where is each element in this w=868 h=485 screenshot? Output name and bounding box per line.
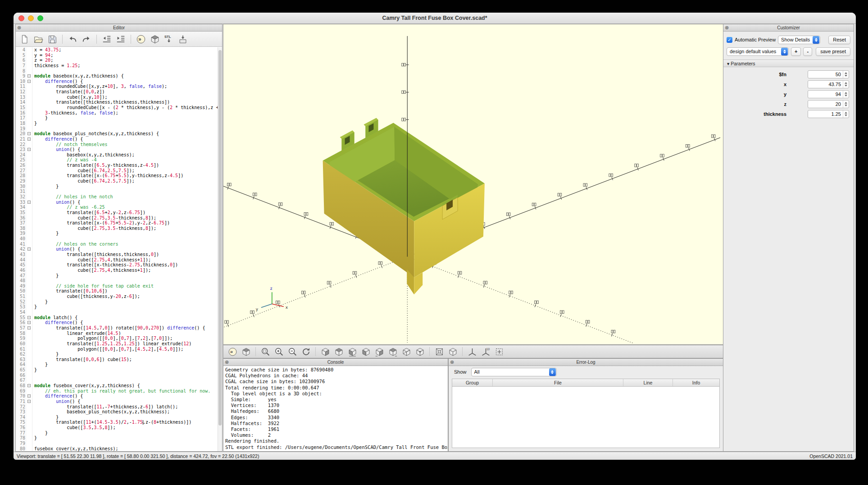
code-line[interactable]: 76 cube([3.5,3.5,8]); <box>16 425 218 430</box>
code-line[interactable]: 6z = 20; <box>16 58 218 63</box>
error-log-column-header[interactable]: Info <box>673 379 719 386</box>
code-line[interactable]: 60 translate([1.25,1.25,1.25]) linear_ex… <box>16 341 218 347</box>
code-line[interactable]: 37 translate([x-(6.75+5.5-2),y-2,z-6.75]… <box>16 220 218 226</box>
parameter-value-input[interactable]: 94 <box>808 90 849 98</box>
code-line[interactable]: 44 cube([2.75,4,thickness+1]); <box>16 257 218 263</box>
code-line[interactable]: 80fusebox_cover(x,y,z,thickness); <box>16 446 218 451</box>
stepper-icon[interactable] <box>843 91 849 98</box>
code-line[interactable]: 30 } <box>16 184 218 189</box>
code-line[interactable]: 20-module basebox_plus_notches(x,y,z,thi… <box>16 131 218 137</box>
code-line[interactable]: 53} <box>16 304 218 310</box>
editor-close-icon[interactable]: ⊗ <box>17 24 21 31</box>
code-line[interactable]: 65} <box>16 367 218 373</box>
code-line[interactable]: 52 } <box>16 299 218 305</box>
code-line[interactable]: 78} <box>16 435 218 441</box>
fold-marker-icon[interactable]: - <box>27 321 31 324</box>
view-left-icon[interactable] <box>359 345 372 358</box>
new-file-icon[interactable] <box>18 33 31 46</box>
scale-markers-icon[interactable]: 10 <box>479 345 492 358</box>
save-file-icon[interactable] <box>46 33 59 46</box>
code-line[interactable]: 48 <box>16 278 218 284</box>
stepper-icon[interactable] <box>843 81 849 88</box>
code-line[interactable]: 18} <box>16 121 218 126</box>
code-line[interactable]: 71- union() { <box>16 399 218 404</box>
code-line[interactable]: 11 roundedCube([x,y,z+10], 3, false, fal… <box>16 84 218 89</box>
code-line[interactable]: 41 // holes on the corners <box>16 242 218 247</box>
print-3d-icon[interactable] <box>177 33 189 46</box>
code-line[interactable]: 45 translate([x-thickness-2.75,thickness… <box>16 262 218 268</box>
view-front-icon[interactable] <box>373 345 386 358</box>
save-preset-button[interactable]: save preset <box>816 47 850 56</box>
parameter-value-input[interactable]: 43.75 <box>808 80 849 88</box>
customizer-close-icon[interactable]: ⊗ <box>725 24 729 31</box>
automatic-preview-checkbox[interactable]: ✓ <box>727 37 732 43</box>
crosshair-icon[interactable] <box>493 345 505 358</box>
view-all-icon[interactable] <box>259 345 272 358</box>
preview-icon[interactable]: » <box>226 345 239 358</box>
code-line[interactable]: 54 <box>16 310 218 315</box>
stepper-icon[interactable] <box>843 110 849 118</box>
code-line[interactable]: 14 translate([thickness,thickness,thickn… <box>16 100 218 105</box>
code-line[interactable]: 77 } <box>16 430 218 436</box>
editor-scrollbar[interactable] <box>218 47 222 451</box>
code-line[interactable]: 15 roundedCube([x - (2 * thickness),y - … <box>16 105 218 110</box>
code-line[interactable]: 51 cube([thickness,y-20,z-6]); <box>16 294 218 299</box>
view-top-icon[interactable] <box>332 345 345 358</box>
fold-marker-icon[interactable]: - <box>27 247 31 251</box>
code-line[interactable]: 13 cube([x,y,10]); <box>16 95 218 100</box>
open-file-icon[interactable] <box>32 33 45 46</box>
orthogonal-icon[interactable] <box>446 345 459 358</box>
parameters-section-header[interactable]: ▾ Parameters <box>723 59 854 67</box>
code-line[interactable]: 43 translate([thickness,thickness,0]) <box>16 252 218 257</box>
fold-marker-icon[interactable]: - <box>27 132 31 135</box>
fold-marker-icon[interactable]: - <box>27 74 31 78</box>
code-line[interactable]: 64 } <box>16 362 218 367</box>
render-icon[interactable] <box>240 345 252 358</box>
code-line[interactable]: 17 } <box>16 115 218 121</box>
code-line[interactable]: 23- union() { <box>16 147 218 152</box>
code-line[interactable]: 12 translate([0,0,z]) <box>16 89 218 95</box>
code-line[interactable]: 5y = 94; <box>16 53 218 58</box>
view-bottom-icon[interactable] <box>346 345 359 358</box>
undo-icon[interactable] <box>66 33 79 46</box>
code-line[interactable]: 29 cube([6.74,2.5,7.5]); <box>16 178 218 184</box>
code-line[interactable]: 56- difference() { <box>16 320 218 325</box>
error-log-filter-select[interactable]: All <box>471 368 557 376</box>
code-line[interactable]: 28 translate([x-(6.75+5.5),y-thickness,z… <box>16 173 218 178</box>
code-line[interactable]: 25 // z was -4 <box>16 157 218 163</box>
code-editor[interactable]: 4x = 43.75;5y = 94;6z = 20;7thickness = … <box>16 47 218 451</box>
reset-button[interactable]: Reset <box>828 36 850 44</box>
code-line[interactable]: 69 // eh. this part is really not great,… <box>16 389 218 394</box>
preview-icon[interactable]: » <box>135 33 147 46</box>
code-line[interactable]: 67 <box>16 378 218 383</box>
viewport-3d[interactable]: z x y <box>223 24 723 345</box>
preset-select[interactable]: design default values <box>727 47 789 56</box>
code-line[interactable]: 73 basebox_plus_notches(x,y,z,thickness)… <box>16 409 218 415</box>
code-line[interactable]: 61 polygon([[0,0],[0,7],[4.5,2],[4.5,0]]… <box>16 347 218 352</box>
code-line[interactable]: 26 translate([6.5,y-thickness,z-4.5]) <box>16 163 218 168</box>
unindent-icon[interactable] <box>100 33 113 46</box>
fold-marker-icon[interactable]: - <box>27 326 31 329</box>
remove-preset-button[interactable]: - <box>803 47 812 56</box>
code-line[interactable]: 42- union() { <box>16 247 218 252</box>
render-icon[interactable] <box>149 33 161 46</box>
code-line[interactable]: 79 <box>16 441 218 446</box>
code-line[interactable]: 19 <box>16 126 218 132</box>
code-line[interactable]: 50 translate([0,10,6]) <box>16 288 218 294</box>
parameter-value-input[interactable]: 50 <box>808 70 849 78</box>
code-line[interactable]: 8 <box>16 69 218 74</box>
redo-icon[interactable] <box>80 33 93 46</box>
fold-marker-icon[interactable]: - <box>27 316 31 319</box>
details-select[interactable]: Show Details <box>778 36 820 44</box>
code-line[interactable]: 63 translate([0,0,6]) cube(15); <box>16 357 218 362</box>
code-line[interactable]: 75 translate([11+(14.5-3.5)/2,-1.75,z-(8… <box>16 420 218 425</box>
fold-marker-icon[interactable]: - <box>27 80 31 83</box>
console-close-icon[interactable]: ⊗ <box>225 359 229 366</box>
code-line[interactable]: 31 <box>16 189 218 194</box>
fold-marker-icon[interactable]: - <box>27 201 31 204</box>
reset-view-icon[interactable] <box>300 345 312 358</box>
code-line[interactable]: 40 <box>16 236 218 242</box>
code-line[interactable]: 22 // notch themselves <box>16 142 218 147</box>
view-center-icon[interactable] <box>414 345 426 358</box>
code-line[interactable]: 62 } <box>16 352 218 357</box>
